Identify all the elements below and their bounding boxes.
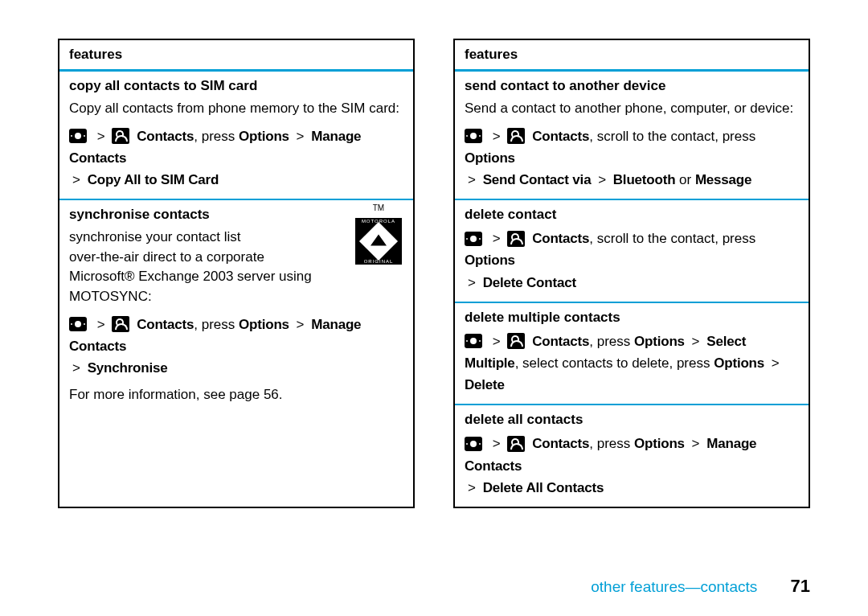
path-delete: > Contacts, scroll to the contact, press… (465, 228, 799, 294)
path-copy-sim: > Contacts, press Options > Manage Conta… (69, 125, 403, 191)
left-header: features (59, 40, 413, 72)
page-footer: other features—contacts 71 (591, 576, 810, 597)
title-delete: delete contact (465, 207, 799, 223)
nav-key-icon (465, 129, 482, 143)
right-header: features (455, 40, 809, 72)
desc-copy-sim: Copy all contacts from phone memory to t… (69, 99, 403, 119)
contacts-icon (112, 128, 129, 144)
nav-key-icon (465, 334, 482, 348)
title-send: send contact to another device (465, 78, 799, 94)
contacts-icon (507, 231, 525, 247)
nav-key-icon (69, 317, 87, 331)
section-delete-all: delete all contacts > Contacts, press Op… (455, 405, 809, 507)
contacts-icon (507, 333, 525, 349)
right-column: features send contact to another device … (453, 39, 810, 508)
contacts-icon (112, 316, 129, 332)
contacts-icon (507, 128, 525, 144)
path-delete-all: > Contacts, press Options > Manage Conta… (465, 433, 799, 499)
desc-send: Send a contact to another phone, compute… (465, 99, 799, 119)
title-copy-sim: copy all contacts to SIM card (69, 78, 403, 94)
left-column: features copy all contacts to SIM card C… (58, 39, 415, 508)
path-delete-mult: > Contacts, press Options > Select Multi… (465, 331, 799, 396)
motorola-original-badge: TM MOTOROLA ORIGINAL (354, 203, 403, 265)
motorola-logo-icon: MOTOROLA ORIGINAL (355, 218, 402, 265)
title-delete-all: delete all contacts (465, 412, 799, 428)
path-send: > Contacts, scroll to the contact, press… (465, 125, 799, 191)
section-send-contact: send contact to another device Send a co… (455, 72, 809, 200)
section-sync: TM MOTOROLA ORIGINAL synchronise contact… (59, 200, 413, 411)
title-delete-mult: delete multiple contacts (465, 310, 799, 326)
sync-footnote: For more information, see page 56. (69, 387, 403, 403)
section-delete-contact: delete contact > Contacts, scroll to the… (455, 200, 809, 303)
nav-key-icon (465, 437, 482, 451)
section-copy-sim: copy all contacts to SIM card Copy all c… (59, 72, 413, 200)
page-number: 71 (791, 576, 810, 596)
nav-key-icon (69, 129, 87, 143)
footer-section-title: other features—contacts (591, 578, 757, 595)
contacts-icon (507, 436, 525, 452)
section-delete-multiple: delete multiple contacts > Contacts, pre… (455, 303, 809, 406)
path-sync: > Contacts, press Options > Manage Conta… (69, 314, 403, 380)
nav-key-icon (465, 232, 482, 246)
manual-page: features copy all contacts to SIM card C… (0, 0, 868, 508)
